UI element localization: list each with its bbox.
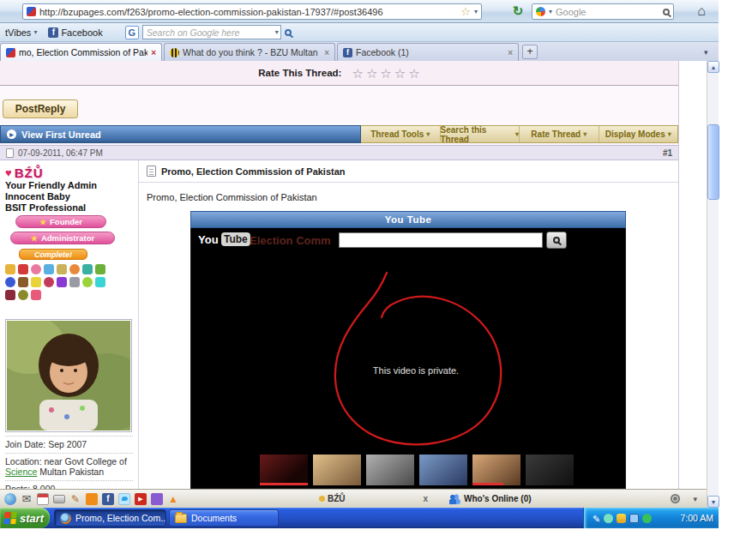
google-search-go-icon[interactable] xyxy=(285,29,292,36)
view-first-unread-button[interactable]: ▶ View First Unread xyxy=(0,125,361,143)
url-text[interactable]: http://bzupages.com/f263/promo-election-… xyxy=(39,7,457,17)
display-modes-menu[interactable]: Display Modes ▾ xyxy=(599,126,678,142)
tab-strip: mo, Election Commission of Pakistan - ..… xyxy=(0,42,719,61)
post-reply-button[interactable]: PostReply xyxy=(3,99,78,118)
avatar[interactable] xyxy=(5,319,132,432)
rss-icon[interactable] xyxy=(86,493,98,505)
folder-icon xyxy=(175,514,187,523)
whos-online-button[interactable]: Who's Online (0) xyxy=(449,494,532,504)
vertical-scrollbar[interactable]: ▲ ▼ xyxy=(707,61,719,508)
printer-icon[interactable] xyxy=(53,495,65,503)
location-text: Multan Pakistan xyxy=(39,467,104,477)
user-info-column: ♥ BŹŮ Your Friendly Admin Innocent Baby … xyxy=(0,160,139,489)
start-label: start xyxy=(20,512,44,525)
view-first-unread-label: View First Unread xyxy=(21,129,101,140)
firefox-icon xyxy=(60,513,71,524)
taskbar-item-firefox[interactable]: Promo, Election Com... xyxy=(54,509,166,527)
youtube-search-input[interactable] xyxy=(339,232,543,248)
tab-close-icon[interactable]: × xyxy=(151,48,156,57)
tab-facebook[interactable]: f Facebook (1) × xyxy=(337,43,519,61)
bookmark-tvibes[interactable]: tVibes ▾ xyxy=(3,27,39,38)
picasa-icon[interactable] xyxy=(151,493,163,505)
post-count: Posts: 8,000 xyxy=(5,480,133,489)
google-engine-icon xyxy=(536,7,545,16)
scroll-up-button[interactable]: ▲ xyxy=(707,61,719,73)
statusbar-close-button[interactable]: x xyxy=(423,494,428,503)
globe-icon[interactable] xyxy=(4,493,16,505)
bookmark-facebook[interactable]: f Facebook xyxy=(45,27,105,38)
youtube-player[interactable]: You Tube Election Comm This v xyxy=(190,228,626,489)
tab-close-icon[interactable]: × xyxy=(324,48,329,57)
administrator-badge: ★ Administrator xyxy=(10,232,115,244)
edit-icon[interactable]: ✎ xyxy=(69,493,81,505)
award-icon xyxy=(82,277,93,287)
video-thumbnail[interactable] xyxy=(472,455,520,485)
award-icon xyxy=(18,277,28,287)
search-icon[interactable] xyxy=(663,9,670,15)
video-thumbnail[interactable] xyxy=(260,455,308,485)
tab-thread[interactable]: mo, Election Commission of Pakistan - ..… xyxy=(0,43,162,61)
tab-close-icon[interactable]: × xyxy=(508,48,513,57)
site-favicon-icon xyxy=(27,7,36,16)
video-thumbnail[interactable] xyxy=(526,455,574,485)
menu-label: Search this Thread xyxy=(441,125,513,144)
url-dropdown-icon[interactable]: ▾ xyxy=(474,9,478,15)
home-button[interactable]: ⌂ xyxy=(691,3,712,20)
video-thumbnail[interactable] xyxy=(313,455,361,485)
award-icon xyxy=(82,264,93,274)
username-text[interactable]: BŹŮ xyxy=(15,166,44,180)
calendar-icon[interactable] xyxy=(37,493,49,505)
google-search-input[interactable] xyxy=(142,25,281,39)
gear-icon[interactable] xyxy=(671,494,680,503)
address-bar[interactable]: http://bzupages.com/f263/promo-election-… xyxy=(22,3,482,20)
messenger-tray-icon[interactable] xyxy=(604,514,613,523)
first-unread-icon: ▶ xyxy=(7,129,16,139)
chevron-down-icon[interactable]: ▾ xyxy=(693,495,697,503)
antivirus-tray-icon[interactable] xyxy=(642,514,652,523)
bookmark-star-icon[interactable]: ☆ xyxy=(460,6,471,17)
menu-label: Display Modes xyxy=(605,129,665,139)
reload-button[interactable]: ↻ xyxy=(508,3,528,20)
start-button[interactable]: start xyxy=(0,508,50,528)
thread-tools-menu[interactable]: Thread Tools ▾ xyxy=(361,126,440,142)
menu-label: Rate Thread xyxy=(531,129,581,139)
post-number[interactable]: #1 xyxy=(663,148,672,158)
scroll-down-button[interactable]: ▼ xyxy=(707,496,719,508)
scrollbar-thumb[interactable] xyxy=(707,124,719,200)
video-thumbnail[interactable] xyxy=(366,455,414,485)
facebook-icon[interactable]: f xyxy=(102,493,114,505)
taskbar-clock[interactable]: 7:00 AM xyxy=(680,513,713,523)
mail-icon[interactable]: ✉ xyxy=(21,493,33,505)
chevron-down-icon: ▾ xyxy=(668,130,671,138)
award-icon xyxy=(44,277,54,287)
username[interactable]: ♥ BŹŮ xyxy=(5,165,133,180)
web-search-box[interactable]: ▾ Google xyxy=(532,3,674,20)
post-title-icon xyxy=(147,166,156,177)
taskbar-item-documents[interactable]: Documents xyxy=(169,509,279,527)
network-tray-icon[interactable] xyxy=(629,514,639,523)
search-thread-menu[interactable]: Search this Thread ▾ xyxy=(440,126,520,142)
pen-tray-icon[interactable]: ✎ xyxy=(593,514,600,523)
tab-bzu-multan[interactable]: What do you think ? - BZU Multan × xyxy=(164,43,335,61)
youtube-search-button[interactable] xyxy=(546,232,567,249)
rate-thread-menu[interactable]: Rate Thread ▾ xyxy=(519,126,599,142)
page-content: Rate This Thread: ☆ ☆ ☆ ☆ ☆ PostReply ▶ … xyxy=(0,61,719,508)
user-title: Your Friendly Admin xyxy=(5,180,133,191)
location-link[interactable]: Science xyxy=(5,467,37,477)
google-g-icon[interactable]: G xyxy=(125,26,139,39)
twitter-icon[interactable] xyxy=(118,493,130,505)
tab-list-dropdown-icon[interactable]: ▾ xyxy=(704,48,708,57)
bzu-status[interactable]: BŹŮ xyxy=(319,494,346,503)
video-private-message: This video is private. xyxy=(356,365,476,376)
google-search-dropdown-icon[interactable]: ▾ xyxy=(275,29,279,36)
search-engine-dropdown-icon[interactable]: ▾ xyxy=(549,9,552,15)
youtube-icon[interactable]: ▶ xyxy=(135,493,147,505)
upload-icon[interactable]: ▲ xyxy=(167,493,179,505)
new-tab-button[interactable]: + xyxy=(522,45,538,59)
video-thumbnail[interactable] xyxy=(419,455,467,485)
security-shield-icon[interactable] xyxy=(617,514,626,523)
youtube-logo: You xyxy=(198,233,219,246)
star-icon: ★ xyxy=(39,218,46,226)
tab-favicon-icon xyxy=(170,48,179,57)
tab-label: What do you think ? - BZU Multan xyxy=(183,47,321,57)
